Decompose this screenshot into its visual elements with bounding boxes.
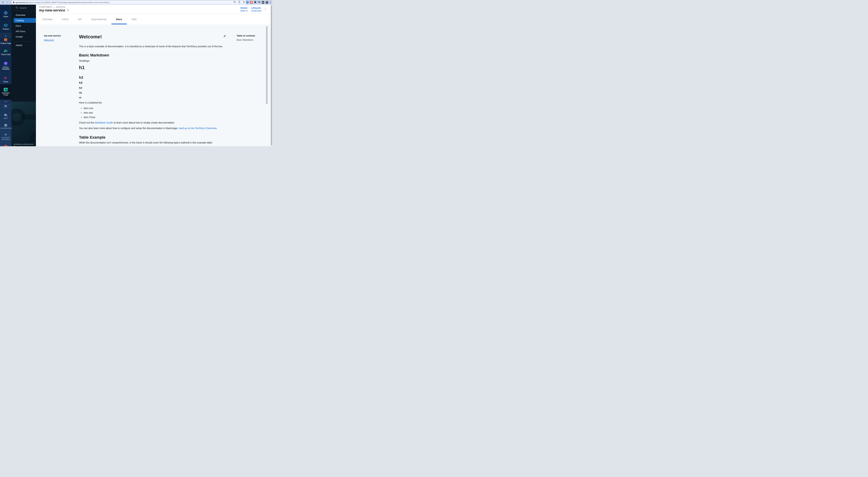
browser-menu-icon[interactable]: [270, 1, 271, 3]
brand-eyebrow: INTERNAL DEVELOPER: [13, 143, 34, 145]
bulleted-list: Item one Item two Item Three: [79, 107, 95, 120]
page-title: my-new-service: [39, 8, 65, 12]
tab-overview[interactable]: Overview: [38, 14, 57, 24]
sidebar-item-api-docs[interactable]: API Docs: [16, 30, 25, 33]
docs-nav-group-title: my-new-service: [44, 34, 61, 37]
sidebar-item-service-reliability[interactable]: Service Reliability: [0, 61, 11, 70]
tab-cicd[interactable]: CI/CD: [57, 14, 73, 24]
list-item: Item one: [84, 107, 95, 110]
owner-meta[interactable]: Owner team-a: [241, 7, 247, 12]
entity-header: COMPONENT — SERVICE my-new-service Owner…: [36, 5, 271, 14]
lifecycle-meta[interactable]: Lifecycle production: [251, 7, 262, 12]
entity-tabs: Overview CI/CD API Dependencies Docs Tod…: [36, 14, 271, 24]
sidebar-resize-handle[interactable]: [4, 101, 7, 102]
grid-icon: [5, 105, 7, 107]
browser-forward-icon[interactable]: [6, 1, 9, 4]
favorite-star-icon[interactable]: [67, 8, 70, 12]
service-reliability-icon: [0, 61, 11, 66]
idp-sidebar: Search Overview Catalog Docs API Docs Cr…: [11, 5, 36, 146]
sidebar-item-dashboards[interactable]: DASHBOARDS: [0, 124, 11, 129]
brand-title: Portal: [14, 146, 22, 146]
toc-item[interactable]: Basic Markdown: [237, 38, 255, 41]
demo-heading-h1: h1: [79, 64, 85, 70]
demo-heading-h3: h3: [79, 81, 83, 85]
browser-back-icon[interactable]: [2, 1, 4, 4]
edit-pencil-icon[interactable]: [223, 35, 226, 38]
techdocs-overview-link[interactable]: read up on the TechDocs Overview: [179, 127, 216, 129]
sidebar-item-home[interactable]: Home: [0, 10, 11, 18]
owner-value[interactable]: team-a: [241, 9, 247, 12]
sidebar-item-help[interactable]: ? HELP: [0, 114, 11, 119]
url-text: qa.harness.io/ng/account/px7xd_BFRCi-pfW…: [16, 1, 110, 3]
module-picker-button[interactable]: [3, 104, 8, 108]
sidebar-search[interactable]: Search: [16, 6, 27, 9]
sidebar-item-account-settings[interactable]: ⚙ ACCOUNT SETTINGS: [0, 133, 11, 141]
search-icon: [16, 6, 18, 9]
sidebar-item-catalog[interactable]: Catalog: [14, 18, 36, 23]
section-basic-markdown: Basic Markdown: [79, 53, 109, 58]
sidebar-item-overview[interactable]: Overview: [16, 14, 25, 17]
tab-dependencies[interactable]: Dependencies: [87, 14, 112, 24]
tab-docs[interactable]: Docs: [112, 14, 127, 24]
harness-idp-window: qa.harness.io/ng/account/px7xd_BFRCi-pfW…: [0, 0, 272, 146]
table-of-contents: Table of contents Basic Markdown: [237, 34, 255, 41]
docs-nav: my-new-service Welcome!: [44, 34, 61, 41]
page-scrollbar[interactable]: [271, 5, 272, 146]
onepassword-extension-icon[interactable]: [246, 1, 249, 4]
tab-api[interactable]: API: [73, 14, 87, 24]
help-chat-icon: ?: [0, 114, 11, 117]
toc-title: Table of contents: [237, 34, 255, 37]
svg-text:?: ?: [5, 114, 6, 116]
article-title: Welcome!: [79, 34, 102, 40]
frame-extension-icon[interactable]: [262, 1, 264, 4]
lifecycle-value[interactable]: production: [251, 9, 262, 12]
sidebar-item-chaos[interactable]: Chaos: [0, 76, 11, 83]
extensions-puzzle-icon[interactable]: [254, 1, 256, 4]
headings-label: Headings:: [79, 59, 90, 63]
address-bar[interactable]: qa.harness.io/ng/account/px7xd_BFRCi-pfW…: [11, 1, 247, 4]
zoom-in-page-icon[interactable]: [234, 1, 236, 4]
chaos-icon: [0, 76, 11, 80]
page-scrollbar-thumb[interactable]: [271, 5, 272, 145]
browser-toolbar: qa.harness.io/ng/account/px7xd_BFRCi-pfW…: [0, 0, 272, 5]
developer-portal-icon: [0, 88, 11, 92]
docs-nav-item-welcome[interactable]: Welcome!: [44, 39, 61, 41]
user-avatar[interactable]: HM: [4, 145, 8, 146]
markdown-guide-link[interactable]: Markdown Guide: [95, 121, 113, 124]
main-content: COMPONENT — SERVICE my-new-service Owner…: [36, 5, 271, 146]
entity-kind: COMPONENT — SERVICE: [39, 6, 65, 8]
docs-scrollbar[interactable]: [266, 24, 268, 146]
lifecycle-label: Lifecycle: [251, 7, 262, 9]
brand-circuit-pipe: [22, 115, 36, 120]
entity-menu-icon[interactable]: [265, 7, 266, 10]
chevron-up-icon: [5, 35, 7, 36]
harness-home-icon: [0, 10, 11, 15]
module-sidebar: Home Projects Feature Flags $ Cloud Cost…: [0, 5, 11, 146]
sidebar-item-create[interactable]: Create: [16, 35, 23, 38]
list-intro: Here is a bulleted list:: [79, 101, 102, 105]
bookmark-star-icon[interactable]: [243, 1, 245, 4]
techdocs-reader: my-new-service Welcome! Table of content…: [36, 24, 271, 146]
demo-heading-h2: h2: [79, 75, 83, 80]
markdown-guide-paragraph: Check out the Markdown Guide to learn mo…: [79, 121, 175, 124]
tab-todo[interactable]: Todo: [127, 14, 141, 24]
sidebar-item-developer-portal[interactable]: Developer Portal: [0, 84, 11, 99]
todoist-extension-icon[interactable]: [250, 1, 253, 4]
dashboards-icon: [0, 124, 11, 127]
sidebar-item-cloud-costs[interactable]: $ Cloud Costs: [0, 49, 11, 55]
playlist-extension-icon[interactable]: [258, 1, 260, 4]
idp-brand-panel: INTERNAL DEVELOPER Portal: [11, 101, 36, 146]
svg-text:$: $: [5, 50, 6, 52]
article-intro: This is a basic example of documentation…: [79, 44, 223, 48]
cloud-costs-icon: $: [0, 49, 11, 53]
docs-scrollbar-thumb[interactable]: [266, 26, 268, 104]
sidebar-item-feature-flags[interactable]: Feature Flags: [0, 38, 11, 44]
techdocs-overview-paragraph: You can also learn more about how to con…: [79, 126, 217, 130]
browser-profile-avatar[interactable]: [266, 1, 268, 4]
sidebar-item-projects[interactable]: Projects: [0, 23, 11, 30]
share-icon[interactable]: [238, 1, 241, 4]
sidebar-item-docs[interactable]: Docs: [16, 25, 21, 27]
demo-heading-h4: h4: [79, 86, 82, 90]
sidebar-item-admin[interactable]: Admin: [16, 44, 22, 47]
list-item: Item Three: [84, 116, 95, 119]
